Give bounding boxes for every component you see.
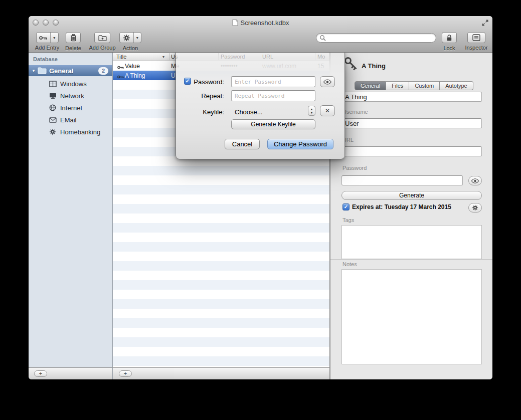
- sidebar-header: Database: [33, 56, 58, 62]
- gear-icon: [48, 128, 57, 135]
- keyfile-popup-value[interactable]: Choose...: [235, 108, 263, 116]
- tab-general[interactable]: General: [355, 81, 386, 90]
- reveal-password-button[interactable]: [468, 176, 482, 185]
- toolbar: ▾ Add Entry Delete Add Group ▾ Action: [29, 29, 492, 53]
- delete-button[interactable]: [66, 32, 81, 43]
- generate-keyfile-button[interactable]: Generate Keyfile: [231, 119, 315, 129]
- notes-input[interactable]: [341, 269, 482, 364]
- checkmark-icon: ✓: [344, 204, 348, 209]
- sidebar-item-general[interactable]: ▼ General 2: [29, 65, 112, 76]
- sidebar: Database ▼ General 2 Windows Network Int…: [29, 53, 113, 367]
- reveal-password-button[interactable]: [320, 76, 335, 87]
- toolbar-item-delete: Delete: [62, 32, 85, 51]
- key-icon: [117, 64, 124, 71]
- chevron-down-icon[interactable]: ▾: [134, 36, 141, 40]
- inspector-tabs: General Files Custom Autotype: [355, 81, 473, 90]
- add-entry-label: Add Entry: [33, 45, 61, 51]
- generate-password-button[interactable]: Generate: [341, 191, 482, 200]
- toolbar-item-search: Search: [316, 32, 436, 42]
- title-field[interactable]: [341, 92, 482, 102]
- sidebar-item-label: Homebanking: [60, 128, 100, 136]
- tab-autotype[interactable]: Autotype: [440, 81, 473, 90]
- keyfile-popup-stepper[interactable]: ▴ ▾: [308, 106, 315, 116]
- sidebar-item-email[interactable]: EMail: [29, 114, 112, 126]
- password-field[interactable]: [341, 175, 463, 185]
- action-label: Action: [119, 45, 142, 51]
- expires-checkbox[interactable]: ✓: [342, 203, 350, 211]
- sidebar-item-homebanking[interactable]: Homebanking: [29, 126, 112, 138]
- sidebar-item-windows[interactable]: Windows: [29, 78, 112, 90]
- key-icon: [117, 73, 124, 80]
- toolbar-item-action: ▾ Action: [119, 32, 142, 51]
- fullscreen-icon[interactable]: [481, 19, 489, 27]
- action-button[interactable]: ▾: [119, 32, 141, 43]
- toolbar-item-inspector: Inspector: [463, 32, 490, 51]
- add-group-plus-button[interactable]: +: [34, 370, 47, 377]
- tags-input[interactable]: [341, 225, 482, 259]
- stepper-up-icon: ▴: [311, 107, 313, 111]
- delete-label: Delete: [62, 45, 85, 51]
- inspector-button[interactable]: [467, 32, 485, 43]
- sidebar-item-label: Internet: [60, 104, 82, 112]
- sidebar-bottom-bar: +: [29, 367, 113, 379]
- username-label: Username: [342, 109, 368, 115]
- sidebar-item-label: Windows: [60, 80, 87, 88]
- password-label: Password: [342, 165, 367, 171]
- column-header-title[interactable]: Title: [116, 54, 126, 60]
- cell-title: A Thing: [125, 72, 145, 79]
- toolbar-item-add-entry: ▾ Add Entry: [33, 32, 61, 51]
- stepper-down-icon: ▾: [311, 111, 313, 114]
- chevron-down-icon[interactable]: ▾: [51, 36, 58, 40]
- sheet-keyfile-label: Keyfile:: [176, 108, 224, 116]
- gear-icon: [120, 33, 134, 43]
- windows-icon: [48, 81, 57, 87]
- add-group-button[interactable]: [94, 32, 110, 43]
- inspector-panel: A Thing General Files Custom Autotype Us…: [330, 53, 492, 379]
- sheet-password-label: Password:: [176, 78, 224, 86]
- count-badge: 2: [98, 67, 108, 75]
- inspector-label: Inspector: [463, 45, 490, 51]
- folder-icon: [38, 67, 47, 74]
- add-entry-button[interactable]: ▾: [36, 32, 59, 43]
- screen-background: Screenshot.kdbx ▾ Add Entry Delete Add G…: [0, 0, 521, 420]
- inspector-divider: [330, 259, 492, 260]
- window-title-group: Screenshot.kdbx: [29, 16, 492, 29]
- disclosure-triangle-icon[interactable]: ▼: [32, 69, 36, 73]
- trash-icon: [70, 34, 77, 42]
- sidebar-item-network[interactable]: Network: [29, 90, 112, 102]
- sheet-repeat-label: Repeat:: [176, 92, 224, 100]
- titlebar[interactable]: Screenshot.kdbx: [29, 16, 492, 29]
- expires-options-button[interactable]: [468, 203, 482, 213]
- url-field[interactable]: [341, 146, 482, 156]
- lock-icon: [446, 34, 452, 42]
- toolbar-item-add-group: Add Group: [87, 32, 118, 51]
- cell-title: Value: [125, 63, 140, 70]
- inspector-panel-icon: [472, 34, 480, 41]
- tab-files[interactable]: Files: [386, 81, 409, 90]
- change-password-button[interactable]: Change Password: [267, 139, 333, 149]
- tab-custom[interactable]: Custom: [409, 81, 440, 90]
- tags-label: Tags: [342, 217, 354, 223]
- username-field[interactable]: [341, 118, 482, 128]
- expires-label: Expires at: Tuesday 17 March 2015: [352, 203, 451, 211]
- key-icon: [343, 56, 359, 71]
- document-icon: [232, 19, 238, 26]
- sidebar-item-internet[interactable]: Internet: [29, 102, 112, 114]
- window-title: Screenshot.kdbx: [241, 19, 289, 27]
- repeat-password-input[interactable]: [231, 90, 315, 101]
- add-entry-plus-button[interactable]: +: [119, 370, 132, 377]
- clear-keyfile-button[interactable]: ✕: [320, 105, 335, 116]
- sidebar-item-label: General: [49, 67, 73, 75]
- inspector-entry-title: A Thing: [362, 62, 386, 70]
- lock-button[interactable]: [442, 32, 457, 43]
- eye-icon: [323, 79, 332, 85]
- app-window: Screenshot.kdbx ▾ Add Entry Delete Add G…: [29, 16, 492, 379]
- monitor-icon: [48, 93, 57, 99]
- cancel-button[interactable]: Cancel: [225, 139, 260, 149]
- new-password-input[interactable]: [231, 76, 315, 87]
- sidebar-item-label: EMail: [60, 116, 77, 124]
- column-divider[interactable]: [169, 53, 169, 60]
- list-bottom-bar: +: [113, 367, 330, 379]
- search-input[interactable]: [316, 33, 436, 43]
- globe-icon: [48, 104, 57, 111]
